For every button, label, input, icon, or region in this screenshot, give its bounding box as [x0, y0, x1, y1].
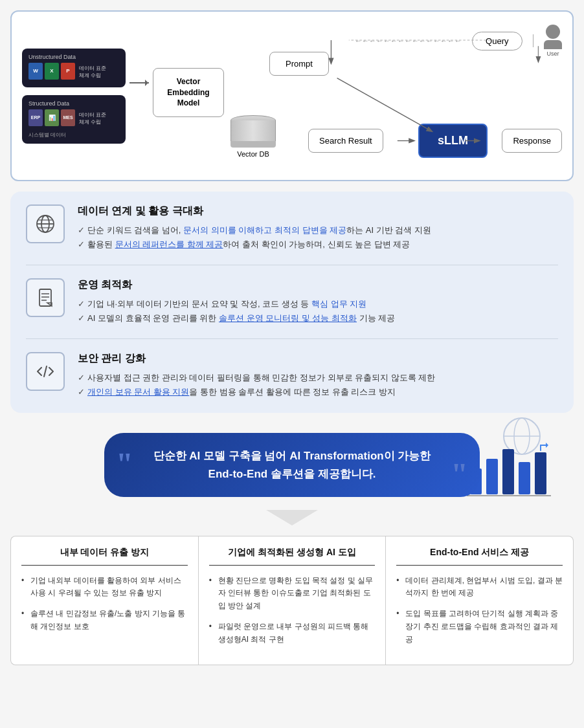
ppt-icon: P [61, 63, 75, 80]
structured-title: Structured Data [28, 100, 119, 107]
architecture-diagram: Unstructured Data W X P 데이터 표준체계 수립 Stru… [10, 10, 574, 181]
feature-data-link-content: 데이터 연계 및 활용 극대화 단순 키워드 검색을 넘어, 문서의 의미를 이… [78, 204, 431, 252]
feature-data-link-line2: 활용된 문서의 레퍼런스를 함께 제공하여 출처 확인이 가능하며, 신뢰도 높… [78, 237, 431, 252]
sys-label: 시스템별 데이터 [28, 131, 119, 138]
chart-icon: 📊 [45, 109, 59, 126]
feature-operation-title: 운영 최적화 [78, 278, 395, 292]
svg-line-15 [44, 366, 47, 377]
globe-icon [35, 214, 56, 234]
response-box: Response [502, 129, 562, 153]
svg-rect-11 [39, 289, 51, 306]
card-3-bullet-2: 도입 목표를 고려하여 단기적 실행 계획과 중장기 추진 로드맵을 수립해 효… [396, 608, 563, 646]
quote-mark-right: " [451, 450, 468, 500]
user-icon: User [544, 25, 562, 57]
document-icon [35, 287, 56, 308]
vector-db: Vector DB [230, 115, 276, 158]
word-icon: W [28, 63, 43, 80]
card-2-bullet-2: 파일럿 운영으로 내부 구성원의 피드백 통해 생성형AI 최적 구현 [209, 621, 376, 646]
svg-line-3 [337, 78, 432, 131]
feature-operation-content: 운영 최적화 기업 내·외부 데이터 기반의 문서 요약 및 작성, 코드 생성… [78, 278, 395, 325]
cards-section: 내부 데이터 유출 방지 기업 내외부 데이터를 활용하여 외부 서비스 사용 … [10, 536, 574, 665]
mes-icon: MES [61, 109, 75, 126]
structured-data-box: Structured Data ERP 📊 MES 데이터 표준체계 수립 시스… [22, 95, 126, 144]
card-ai-adoption: 기업에 최적화된 생성형 AI 도입 현황 진단으로 명확한 도입 목적 설정 … [198, 536, 387, 665]
feature-data-link-title: 데이터 연계 및 활용 극대화 [78, 204, 431, 218]
card-2-bullets: 현황 진단으로 명확한 도입 목적 설정 및 실무자 인터뷰 통한 이슈도출로 … [209, 575, 376, 646]
quote-mark-left: " [116, 439, 133, 489]
quote-section: " 단순한 AI 모델 구축을 넘어 AI Transformation이 가능… [10, 423, 574, 507]
document-icon-container [26, 278, 65, 317]
feature-operation-line1: 기업 내·외부 데이터 기반의 문서 요약 및 작성, 코드 생성 등 핵심 업… [78, 297, 395, 311]
excel-icon: X [45, 63, 59, 80]
code-icon [35, 361, 56, 382]
unstructured-title: Unstructured Data [28, 54, 119, 60]
quote-banner: " 단순한 AI 모델 구축을 넘어 AI Transformation이 가능… [104, 433, 480, 496]
code-icon-container [26, 352, 65, 391]
card-1-bullet-2: 솔루션 내 민감정보 유출/노출 방지 기능을 통해 개인정보 보호 [21, 608, 188, 634]
feature-operation-line2: AI 모델의 효율적 운영 관리를 위한 솔루션 운영 모니터링 및 성능 최적… [78, 311, 395, 325]
card-3-title: End-to-End 서비스 제공 [396, 547, 563, 566]
feature-data-link: 데이터 연계 및 활용 극대화 단순 키워드 검색을 넘어, 문서의 의미를 이… [26, 204, 558, 265]
svg-rect-23 [535, 452, 546, 494]
card-1-bullet-1: 기업 내외부 데이터를 활용하여 외부 서비스 사용 시 우려될 수 있는 정보… [21, 575, 188, 601]
feature-security-content: 보안 관리 강화 사용자별 접근 권한 관리와 데이터 필터링을 통해 민감한 … [78, 352, 435, 399]
search-result-box: Search Result [308, 129, 383, 153]
svg-marker-25 [546, 443, 548, 448]
card-1-title: 내부 데이터 유출 방지 [21, 547, 188, 566]
quote-text: 단순한 AI 모델 구축을 넘어 AI Transformation이 가능한E… [153, 450, 431, 480]
vector-embedding-model: Vector Embedding Model [153, 68, 224, 117]
data-sources: Unstructured Data W X P 데이터 표준체계 수립 Stru… [22, 49, 126, 144]
triangle-divider [0, 510, 584, 525]
feature-operation: 운영 최적화 기업 내·외부 데이터 기반의 문서 요약 및 작성, 코드 생성… [26, 278, 558, 339]
card-2-bullet-1: 현황 진단으로 명확한 도입 목적 설정 및 실무자 인터뷰 통한 이슈도출로 … [209, 575, 376, 613]
card-2-title: 기업에 최적화된 생성형 AI 도입 [209, 547, 376, 566]
features-section: 데이터 연계 및 활용 극대화 단순 키워드 검색을 넘어, 문서의 의미를 이… [10, 192, 574, 413]
feature-security-line1: 사용자별 접근 권한 관리와 데이터 필터링을 통해 민감한 정보가 외부로 유… [78, 371, 435, 385]
card-end-to-end: End-to-End 서비스 제공 데이터 관리체계, 현업부서 시범 도입, … [386, 536, 574, 665]
feature-security: 보안 관리 강화 사용자별 접근 권한 관리와 데이터 필터링을 통해 민감한 … [26, 352, 558, 399]
card-3-bullets: 데이터 관리체계, 현업부서 시범 도입, 결과 분석까지 한 번에 제공 도입… [396, 575, 563, 646]
card-3-bullet-1: 데이터 관리체계, 현업부서 시범 도입, 결과 분석까지 한 번에 제공 [396, 575, 563, 601]
erp-icon: ERP [28, 109, 43, 126]
globe-icon-container [26, 204, 65, 243]
prompt-box: Prompt [269, 52, 329, 76]
unstructured-data-box: Unstructured Data W X P 데이터 표준체계 수립 [22, 49, 126, 87]
svg-rect-22 [519, 462, 530, 494]
feature-data-link-line1: 단순 키워드 검색을 넘어, 문서의 의미를 이해하고 최적의 답변을 제공하는… [78, 223, 431, 237]
card-data-protection: 내부 데이터 유출 방지 기업 내외부 데이터를 활용하여 외부 서비스 사용 … [10, 536, 198, 665]
svg-rect-20 [486, 459, 498, 494]
feature-security-title: 보안 관리 강화 [78, 352, 435, 366]
svg-rect-21 [502, 449, 514, 494]
query-box: Query [472, 32, 522, 50]
sllm-box: sLLM [418, 124, 488, 158]
feature-security-line2: 개인의 보유 문서 활용 지원을 통한 범용 솔루션 활용에 따른 정보 유출 … [78, 385, 435, 399]
card-1-bullets: 기업 내외부 데이터를 활용하여 외부 서비스 사용 시 우려될 수 있는 정보… [21, 575, 188, 634]
